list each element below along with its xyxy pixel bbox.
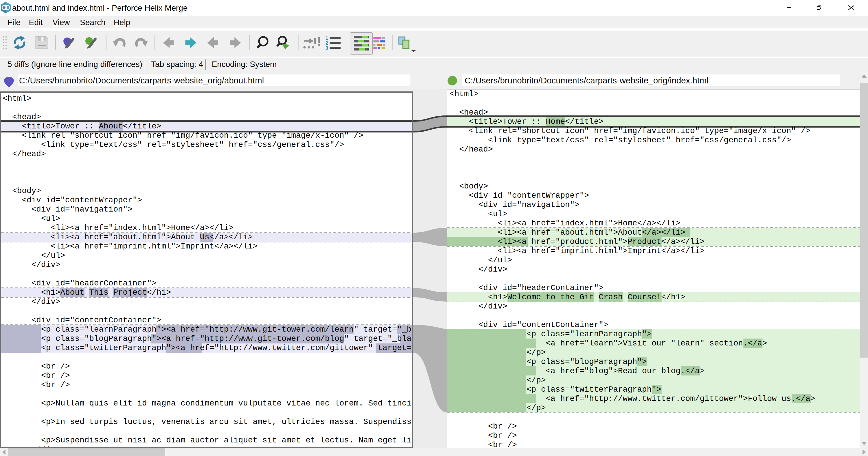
svg-text:2: 2	[326, 41, 328, 46]
svg-text:3: 3	[326, 46, 328, 51]
svg-text:1: 1	[326, 36, 328, 41]
